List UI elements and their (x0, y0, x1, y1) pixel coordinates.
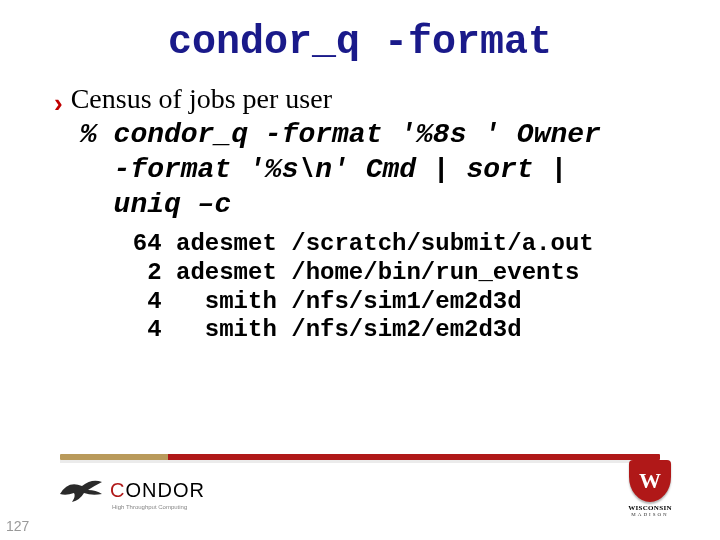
wisconsin-logo: W WISCONSIN MADISON (622, 460, 678, 520)
condor-subtitle: High Throughput Computing (112, 504, 187, 510)
wisc-line2: MADISON (622, 512, 678, 517)
condor-rest: ONDOR (125, 479, 204, 501)
condor-wordmark: CONDOR (110, 479, 205, 502)
bullet-text: Census of jobs per user (71, 83, 332, 115)
page-number: 127 (6, 518, 29, 534)
condor-cap: C (110, 479, 125, 501)
eagle-icon (58, 476, 104, 504)
condor-logo: CONDOR (58, 476, 205, 504)
crest-letter: W (639, 468, 661, 494)
command-block: % condor_q -format '%8s ' Owner -format … (80, 117, 680, 222)
crest-icon: W (629, 460, 671, 502)
divider-bar (60, 454, 660, 460)
chevron-icon: › (54, 90, 63, 116)
wisc-line1: WISCONSIN (622, 504, 678, 512)
slide: condor_q -format › Census of jobs per us… (0, 0, 720, 540)
slide-body: › Census of jobs per user % condor_q -fo… (0, 65, 720, 345)
slide-title: condor_q -format (0, 0, 720, 65)
bullet-row: › Census of jobs per user (54, 83, 680, 115)
output-block: 64 adesmet /scratch/submit/a.out 2 adesm… (104, 230, 680, 345)
